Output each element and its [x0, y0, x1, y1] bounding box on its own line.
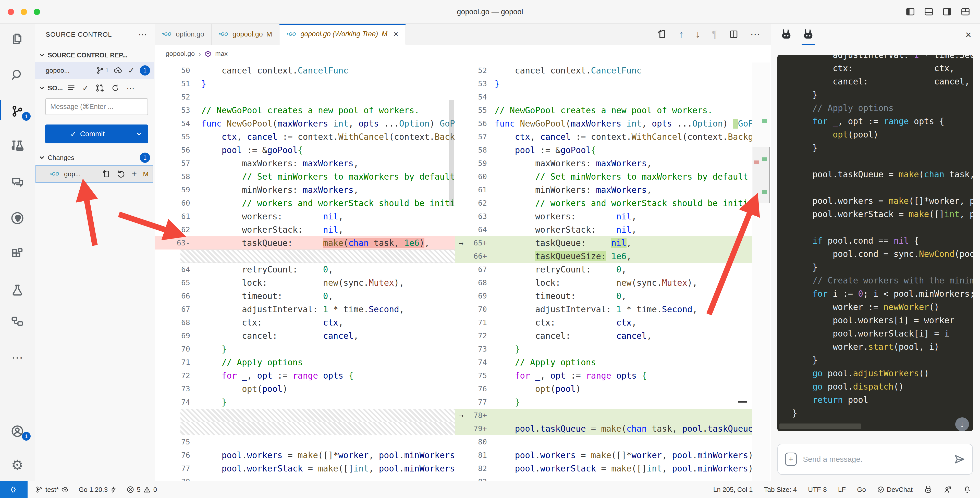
right-line-70[interactable]: 70 adjustInterval: 1 * time.Second, [455, 302, 752, 316]
right-line-79+[interactable]: 79+ pool.taskQueue = make(chan task, poo… [455, 422, 752, 435]
left-line-51[interactable]: 51} [155, 77, 455, 90]
branch-status-item[interactable]: test* [35, 486, 69, 494]
open-file-icon[interactable] [102, 170, 110, 178]
right-line-71[interactable]: 71 ctx: ctx, [455, 316, 752, 329]
left-line-50[interactable]: 50 cancel context.CancelFunc [155, 64, 455, 77]
eol-item[interactable]: LF [838, 486, 846, 494]
left-line-67[interactable]: 67 adjustInterval: 1 * time.Second, [155, 302, 455, 316]
right-line-58[interactable]: 58 pool := &goPool{ [455, 143, 752, 157]
close-tab-icon[interactable]: × [393, 29, 398, 39]
right-line-52[interactable]: 52 cancel context.CancelFunc [455, 64, 752, 77]
test-explorer-icon[interactable] [0, 134, 35, 157]
search-icon[interactable] [0, 64, 35, 86]
repository-row[interactable]: gopoo... 1 ✓ 1 [35, 62, 154, 79]
left-line-66[interactable]: 66 timeout: 0, [155, 289, 455, 302]
refresh-icon[interactable] [111, 84, 120, 92]
left-line-53[interactable]: 53// NewGoPool creates a new pool of wor… [155, 103, 455, 117]
right-line-62[interactable]: 62 // workers and workerStack should be … [455, 196, 752, 210]
left-line-75[interactable]: 75 [155, 435, 455, 449]
tab-option-go[interactable]: GO option.go [155, 24, 212, 45]
branch-icon[interactable]: 1 [96, 66, 108, 75]
breadcrumb-symbol[interactable]: max [215, 50, 228, 58]
comments-icon[interactable] [0, 171, 35, 194]
right-line-60[interactable]: 60 // Set minWorkers to maxWorkers by de… [455, 170, 752, 183]
devchat-rabbit-icon-active[interactable] [802, 28, 815, 45]
right-line-59[interactable]: 59 maxWorkers: maxWorkers, [455, 157, 752, 170]
extensions-icon[interactable] [0, 242, 35, 265]
right-line-82[interactable]: 82 pool.workerStack = make([]int, pool.m… [455, 462, 752, 475]
sidebar-more-actions-icon[interactable]: ⋯ [138, 29, 147, 40]
discard-changes-icon[interactable] [117, 170, 125, 178]
left-line-72[interactable]: 72 for _, opt := range opts { [155, 369, 455, 382]
split-editor-icon[interactable] [729, 29, 738, 39]
right-line-56[interactable]: 56func NewGoPool(maxWorkers int, opts ..… [455, 117, 752, 130]
tab-size-item[interactable]: Tab Size: 4 [764, 486, 797, 494]
whitespace-toggle-icon[interactable]: ¶ [712, 29, 717, 39]
account-icon[interactable]: 1 [0, 420, 35, 442]
sync-cloud-icon[interactable] [114, 66, 123, 75]
right-line-80[interactable]: 80 [455, 435, 752, 449]
left-line-60[interactable]: 60 // workers and workerStack should be … [155, 196, 455, 210]
right-line-78+[interactable]: →78+ [455, 409, 752, 422]
left-line-65[interactable]: 65 lock: new(sync.Mutex), [155, 276, 455, 289]
stage-changes-icon[interactable]: + [131, 169, 137, 179]
previous-change-icon[interactable]: ↑ [679, 29, 684, 39]
right-line-76[interactable]: 76 opt(pool) [455, 382, 752, 395]
settings-gear-icon[interactable]: ⚙ [0, 453, 35, 476]
right-line-67[interactable]: 67 retryCount: 0, [455, 263, 752, 276]
left-line-57[interactable]: 57 maxWorkers: maxWorkers, [155, 157, 455, 170]
language-mode-item[interactable]: Go [857, 486, 866, 494]
overview-ruler[interactable] [752, 62, 770, 481]
github-icon[interactable] [0, 207, 35, 230]
right-line-57[interactable]: 57 ctx, cancel := context.WithCancel(con… [455, 130, 752, 143]
changes-section-header[interactable]: Changes 1 [38, 151, 150, 164]
explorer-icon[interactable] [0, 27, 35, 50]
feedback-icon[interactable] [944, 485, 952, 494]
notifications-bell-icon[interactable] [963, 485, 971, 494]
left-line-56[interactable]: 56 pool := &goPool{ [155, 143, 455, 157]
right-line-63[interactable]: 63 workers: nil, [455, 210, 752, 223]
beaker-icon[interactable] [0, 278, 35, 301]
right-line-75[interactable]: 75 for _, opt := range opts { [455, 369, 752, 382]
left-line-52[interactable]: 52 [155, 90, 455, 103]
go-version-status-item[interactable]: Go 1.20.3 [79, 486, 117, 494]
open-file-icon[interactable] [657, 29, 667, 39]
right-line-55[interactable]: 55// NewGoPool creates a new pool of wor… [455, 103, 752, 117]
commit-action-icon[interactable]: ✓ [82, 84, 89, 92]
chat-input[interactable]: + Send a message. [777, 444, 973, 475]
commit-check-icon[interactable]: ✓ [128, 65, 135, 75]
left-line-69[interactable]: 69 cancel: cancel, [155, 329, 455, 342]
right-line-83[interactable]: 83 [455, 475, 752, 481]
toggle-panel-icon[interactable] [924, 7, 934, 17]
commit-dropdown-button[interactable] [130, 130, 148, 137]
encoding-item[interactable]: UTF-8 [808, 486, 827, 494]
repositories-section-header[interactable]: SOURCE CONTROL REP... [38, 49, 152, 62]
code-block-hscrollbar[interactable] [780, 423, 861, 429]
left-line-61[interactable]: 61 workers: nil, [155, 210, 455, 223]
left-line-55[interactable]: 55 ctx, cancel := context.WithCancel(con… [155, 130, 455, 143]
next-change-icon[interactable]: ↓ [695, 29, 700, 39]
right-line-74[interactable]: 74 // Apply options [455, 356, 752, 369]
create-pull-request-icon[interactable] [95, 83, 104, 92]
right-line-61[interactable]: 61 minWorkers: maxWorkers, [455, 183, 752, 196]
view-as-list-icon[interactable] [67, 84, 76, 92]
scm-provider-header[interactable]: SO... ✓ ⋯ [38, 81, 152, 95]
commit-button[interactable]: ✓ Commit [45, 124, 148, 143]
left-line-77[interactable]: 77 pool.workerStack = make([]int, pool.m… [155, 462, 455, 475]
remote-indicator[interactable] [0, 481, 27, 498]
right-line-68[interactable]: 68 lock: new(sync.Mutex), [455, 276, 752, 289]
customize-layout-icon[interactable] [961, 7, 970, 17]
right-line-66+[interactable]: 66+ taskQueueSize: 1e6, [455, 250, 752, 263]
right-line-72[interactable]: 72 cancel: cancel, [455, 329, 752, 342]
right-line-64[interactable]: 64 workerStack: nil, [455, 223, 752, 236]
left-line-73[interactable]: 73 opt(pool) [155, 382, 455, 395]
left-line-64[interactable]: 64 retryCount: 0, [155, 263, 455, 276]
left-line-62[interactable]: 62 workerStack: nil, [155, 223, 455, 236]
tab-gopool-go-working-tree[interactable]: GO gopool.go (Working Tree) M × [280, 24, 406, 45]
close-panel-icon[interactable]: × [966, 29, 971, 45]
revert-hunk-arrow-icon[interactable]: → [455, 411, 467, 420]
left-line-74[interactable]: 74 } [155, 395, 455, 409]
changed-file-row[interactable]: GO gop... + M [36, 165, 153, 182]
devchat-rabbit-icon[interactable] [780, 28, 793, 45]
more-views-icon[interactable]: ⋯ [0, 346, 35, 369]
